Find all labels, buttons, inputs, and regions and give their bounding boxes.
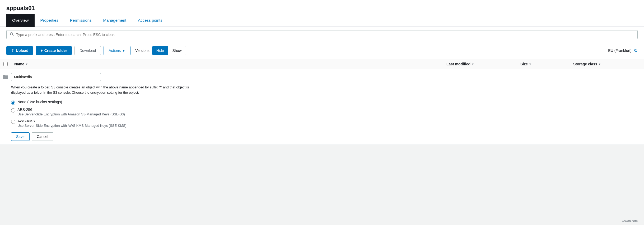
hide-button[interactable]: Hide: [152, 46, 168, 55]
size-sort-arrow: ▼: [529, 63, 531, 66]
versions-label: Versions: [135, 48, 150, 53]
encryption-option-aes256: AES-256 Use Server-Side Encryption with …: [11, 107, 638, 116]
form-actions: Save Cancel: [11, 132, 638, 141]
encryption-section: None (Use bucket settings) AES-256 Use S…: [11, 100, 638, 128]
folder-icon: [2, 74, 9, 80]
encryption-label-aes256[interactable]: AES-256: [17, 107, 125, 112]
region-label: EU (Frankfurt): [608, 48, 632, 53]
create-folder-button[interactable]: + Create folder: [36, 46, 72, 55]
table-header-row: Name ▼ Last modified ▼ Size ▼ Storage cl…: [0, 59, 644, 69]
encryption-option-awskms: AWS-KMS Use Server-Side Encryption with …: [11, 119, 638, 128]
storage-class-sort-arrow: ▼: [598, 63, 601, 66]
refresh-icon[interactable]: ↻: [634, 48, 638, 53]
encryption-sublabel-awskms: Use Server-Side Encryption with AWS KMS-…: [17, 124, 127, 128]
toolbar: ⇧ Upload + Create folder Download Action…: [0, 42, 644, 59]
chevron-down-icon: ▼: [122, 48, 125, 53]
encryption-label-none[interactable]: None (Use bucket settings): [17, 100, 62, 104]
show-button[interactable]: Show: [168, 46, 186, 55]
folder-description: When you create a folder, S3 console cre…: [11, 85, 191, 95]
tab-overview[interactable]: Overview: [6, 14, 35, 27]
tab-permissions[interactable]: Permissions: [64, 14, 97, 27]
search-bar-wrapper: [0, 27, 644, 42]
table-area: Name ▼ Last modified ▼ Size ▼ Storage cl…: [0, 59, 644, 145]
tab-access-points[interactable]: Access points: [132, 14, 168, 27]
last-modified-header[interactable]: Last modified ▼: [443, 62, 517, 66]
encryption-label-awskms[interactable]: AWS-KMS: [17, 119, 127, 123]
svg-line-1: [12, 35, 13, 36]
save-button[interactable]: Save: [11, 132, 30, 141]
folder-form-content: When you create a folder, S3 console cre…: [11, 73, 644, 141]
page-footer: wsxdn.com: [0, 217, 644, 225]
name-header[interactable]: Name ▼: [11, 62, 443, 66]
select-all-cell: [0, 62, 11, 66]
select-all-checkbox[interactable]: [3, 62, 8, 66]
name-sort-arrow: ▼: [25, 63, 28, 66]
encryption-sublabel-aes256: Use Server-Side Encryption with Amazon S…: [17, 112, 125, 116]
search-icon: [10, 32, 14, 37]
encryption-radio-aes256[interactable]: [11, 108, 15, 112]
download-button[interactable]: Download: [74, 46, 101, 55]
search-input[interactable]: [16, 33, 634, 37]
upload-button[interactable]: ⇧ Upload: [6, 46, 33, 55]
cancel-button[interactable]: Cancel: [32, 132, 53, 141]
page-wrapper: appuals01 Overview Properties Permission…: [0, 0, 644, 225]
versions-toggle-group: Hide Show: [152, 46, 186, 55]
encryption-option-none: None (Use bucket settings): [11, 100, 638, 105]
page-title: appuals01: [6, 5, 638, 12]
tab-properties[interactable]: Properties: [35, 14, 64, 27]
storage-class-header[interactable]: Storage class ▼: [570, 62, 644, 66]
search-bar: [6, 30, 638, 39]
actions-button[interactable]: Actions ▼: [104, 46, 130, 55]
last-modified-sort-arrow: ▼: [472, 63, 474, 66]
folder-name-input[interactable]: [11, 73, 101, 81]
plus-icon: +: [40, 48, 43, 53]
upload-icon: ⇧: [11, 48, 14, 53]
tab-management[interactable]: Management: [97, 14, 132, 27]
page-header: appuals01: [0, 0, 644, 14]
region-display: EU (Frankfurt) ↻: [608, 48, 638, 53]
tabs-bar: Overview Properties Permissions Manageme…: [0, 14, 644, 27]
encryption-radio-awskms[interactable]: [11, 120, 15, 124]
svg-point-0: [10, 33, 13, 35]
size-header[interactable]: Size ▼: [517, 62, 570, 66]
folder-icon-cell: [0, 73, 11, 80]
folder-form-row: When you create a folder, S3 console cre…: [0, 69, 644, 145]
footer-text: wsxdn.com: [622, 219, 638, 223]
encryption-radio-none[interactable]: [11, 101, 15, 105]
